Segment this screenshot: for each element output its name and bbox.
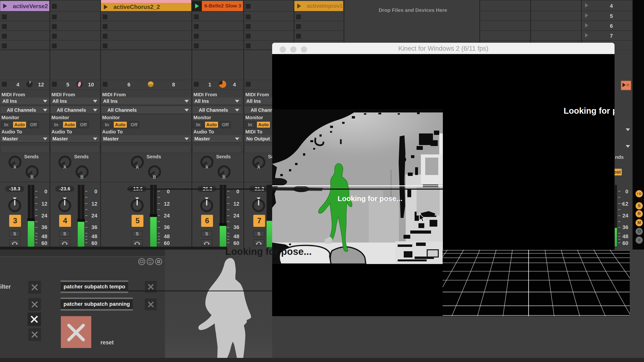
svg-text:Looking for pose...: Looking for pose... xyxy=(338,195,402,202)
